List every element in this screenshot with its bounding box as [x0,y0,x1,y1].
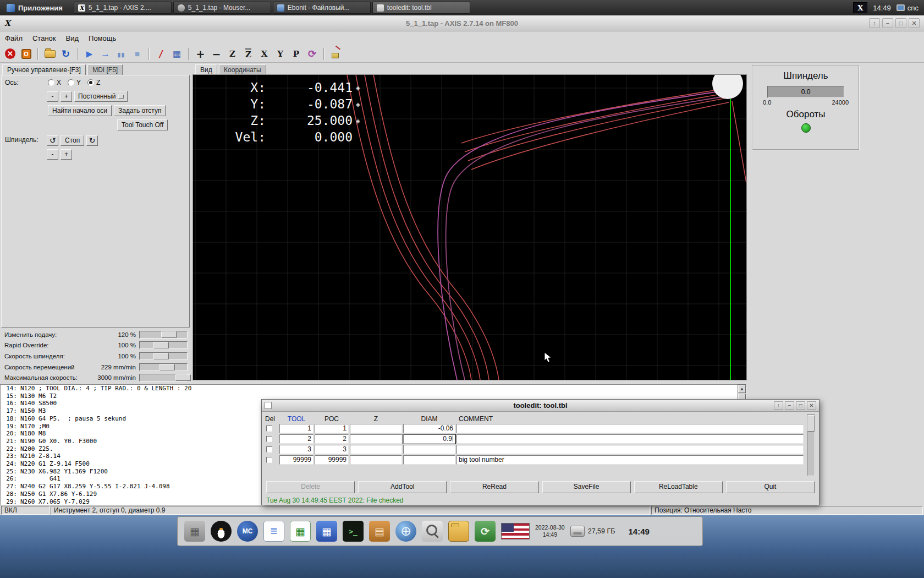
calculator-icon[interactable] [316,521,337,542]
tool-touch-off-button[interactable]: Tool Touch Off [117,119,168,130]
comment-cell[interactable] [457,445,804,454]
optional-stop-button[interactable] [169,47,184,61]
task-button-tooledit[interactable]: tooledit: tool.tbl [372,2,470,14]
jog-mode-dropdown[interactable]: Постоянный [74,91,128,102]
minimize-button[interactable]: − [785,401,794,410]
slider-handle[interactable] [160,364,175,370]
scroll-up-arrow[interactable]: ▲ [738,385,746,393]
rapid-override-slider[interactable] [139,341,188,349]
z-cell[interactable] [350,434,402,444]
diam-cell[interactable] [403,455,455,465]
pause-program-button[interactable] [114,47,129,61]
tab-dro[interactable]: Координаты [219,64,266,76]
tool-cell[interactable]: 99999 [279,455,314,465]
reload-file-button[interactable] [58,47,73,61]
search-icon[interactable] [422,521,443,542]
shade-button[interactable]: ↑ [774,401,783,410]
savefile-button[interactable]: SaveFile [542,481,631,493]
panel-clock[interactable]: 14:49 [628,527,649,536]
slider-handle[interactable] [153,353,169,359]
panel-settings-icon[interactable] [184,521,205,542]
stop-program-button[interactable] [130,47,145,61]
z-cell[interactable] [350,424,402,433]
jog-plus-button[interactable]: + [61,91,72,102]
gcode-line[interactable]: 14:N120 ; TOOL DIA.: 4 ; TIP RAD.: 0 & L… [1,385,746,392]
view-y-button[interactable]: Y [273,47,288,61]
z-cell[interactable] [350,455,402,465]
tab-preview[interactable]: Вид [195,64,217,76]
diam-cell-focused[interactable]: 0.9 [403,434,455,444]
step-program-button[interactable] [98,47,113,61]
quit-button[interactable]: Quit [726,481,815,493]
spindle-slower-button[interactable]: - [47,149,58,160]
axis-titlebar[interactable]: 5_1_1.tap - AXIS 2.7.14 on MF800 ↑ − □ ✕ [0,15,924,31]
close-button[interactable]: ✕ [807,401,816,410]
column-poc[interactable]: POC [315,415,349,423]
comment-cell[interactable] [457,424,804,433]
delete-checkbox[interactable] [266,446,272,452]
comment-cell[interactable]: big tool number [457,455,804,465]
column-tool[interactable]: TOOL [279,415,314,423]
maximize-button[interactable]: □ [796,401,805,410]
spindle-ccw-button[interactable] [47,135,58,146]
minimize-button[interactable]: − [882,18,893,28]
feed-override-slider[interactable] [139,331,188,339]
radio-axis-y[interactable] [68,79,74,86]
midnight-commander-icon[interactable]: MC [237,521,258,542]
slider-handle[interactable] [153,342,169,348]
column-z[interactable]: Z [350,415,402,423]
delete-checkbox[interactable] [266,457,272,463]
run-program-button[interactable] [82,47,97,61]
spindle-stop-button[interactable]: Стоп [61,135,84,146]
keyboard-layout-indicator[interactable]: X [853,2,867,13]
z-cell[interactable] [350,445,402,454]
tool-cell[interactable]: 1 [279,424,314,433]
estop-button[interactable] [3,47,18,61]
us-flag-icon[interactable] [501,523,530,539]
tool-cell[interactable]: 3 [279,445,314,454]
reread-button[interactable]: ReRead [450,481,538,493]
applications-menu[interactable]: Приложения [0,0,69,15]
tooledit-titlebar[interactable]: tooledit: tool.tbl ↑ − □ ✕ [262,400,819,412]
max-velocity-slider[interactable] [139,374,188,381]
package-icon[interactable] [369,521,390,542]
tooledit-scrollbar[interactable] [807,415,815,476]
task-button-axis[interactable]: 5_1_1.tap - AXIS 2.... [74,2,172,14]
taskbar-clock[interactable]: 14:49 [873,4,891,12]
panel-datetime[interactable]: 2022-08-30 14:49 [535,524,565,538]
delete-button[interactable]: Delete [266,481,355,493]
clear-plot-button[interactable] [328,47,343,61]
scrollbar-thumb[interactable] [807,415,815,432]
close-button[interactable]: ✕ [909,18,920,28]
delete-checkbox[interactable] [266,426,272,432]
software-updater-icon[interactable] [475,521,496,542]
spindle-cw-button[interactable] [86,135,98,146]
poc-cell[interactable]: 1 [315,424,349,433]
reloadtable-button[interactable]: ReLoadTable [634,481,723,493]
menu-file[interactable]: Файл [0,32,28,44]
delete-checkbox[interactable] [266,436,272,442]
maximize-button[interactable]: □ [895,18,906,28]
menu-machine[interactable]: Станок [28,32,61,44]
view-z2-button[interactable]: Z [241,47,256,61]
zoom-out-button[interactable] [209,47,224,61]
toolpath-preview[interactable]: X: -0.441 Y: -0.087 Z: 25.000 [193,75,746,380]
radio-axis-x[interactable] [48,79,54,86]
slider-handle[interactable] [161,331,177,338]
open-file-button[interactable] [42,47,57,61]
poc-cell[interactable]: 2 [315,434,349,444]
diam-cell[interactable]: -0.06 [403,424,455,433]
terminal-icon[interactable] [343,521,364,542]
zoom-in-button[interactable] [193,47,208,61]
column-diam[interactable]: DIAM [403,415,455,423]
addtool-button[interactable]: AddTool [358,481,447,493]
poc-cell[interactable]: 99999 [315,455,349,465]
task-button-filemanager[interactable]: Ebonit - Файловый... [273,2,371,14]
disk-usage[interactable]: 27,59 ГБ [570,526,615,537]
browser-icon[interactable] [395,521,416,542]
session-indicator[interactable]: cnc [897,4,919,12]
shade-button[interactable]: ↑ [869,18,880,28]
task-button-mousepad[interactable]: 5_1_1.tap - Mouser... [173,2,271,14]
rotate-view-button[interactable] [305,47,320,61]
home-axis-button[interactable]: Найти начало оси [48,105,112,116]
